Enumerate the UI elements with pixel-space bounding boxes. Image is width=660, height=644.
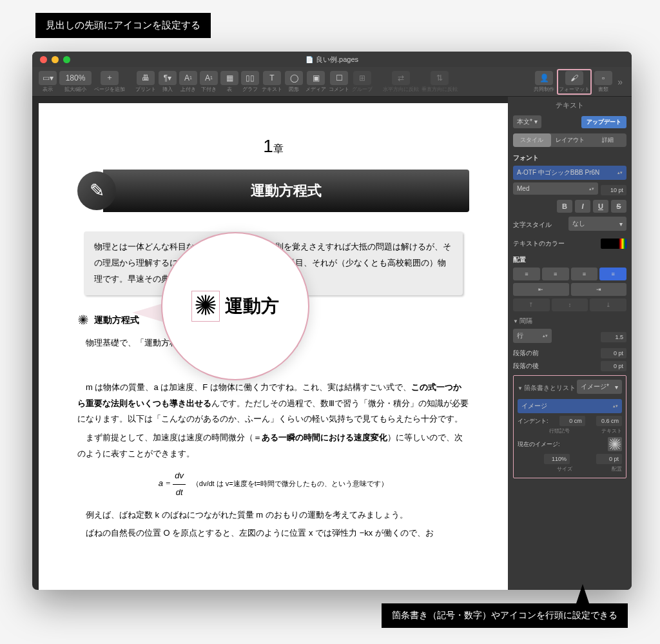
print-label: プリント <box>135 86 156 93</box>
collaborate-button[interactable]: 👤 <box>535 71 553 85</box>
shape-button[interactable]: ◯ <box>285 71 303 85</box>
before-para-field[interactable]: 0 pt <box>601 348 626 358</box>
valign-top-button[interactable]: ⤒ <box>513 298 550 311</box>
line-spacing-field[interactable]: 1.5 <box>601 332 626 342</box>
underline-button[interactable]: U <box>593 200 608 213</box>
starburst-icon <box>77 314 89 326</box>
view-label: 表示 <box>43 86 53 93</box>
table-button[interactable]: ▦ <box>220 71 238 85</box>
chart-button[interactable]: ▯▯ <box>241 71 259 85</box>
char-style-select[interactable]: なし▾ <box>568 217 626 231</box>
body-paragraph: 例えば、ばね定数 k のばねにつながれた質量 m のおもりの運動を考えてみましょ… <box>77 507 469 523</box>
text-color-well[interactable] <box>601 239 626 249</box>
superscript-button[interactable]: A1 <box>179 71 197 85</box>
toolbar: ▭▾表示 180%拡大/縮小 ＋ページを追加 🖶プリント ¶▾挿入 A1上付き … <box>32 67 632 97</box>
insert-button[interactable]: ¶▾ <box>159 71 177 85</box>
flip-h-button[interactable]: ⇄ <box>392 71 410 85</box>
tab-layout[interactable]: レイアウト <box>551 133 589 147</box>
font-weight-select[interactable]: Med▴▾ <box>513 182 598 195</box>
indent-marker-field[interactable]: 0 cm <box>559 416 585 426</box>
bullets-type-select[interactable]: イメージ▴▾ <box>518 399 622 413</box>
size-sublabel: サイズ <box>557 465 572 473</box>
after-para-field[interactable]: 0 pt <box>601 361 626 371</box>
zoom-icon-highlight <box>191 291 220 322</box>
zoom-magnifier: 運動方 <box>161 232 309 380</box>
bullets-style-select[interactable]: イメージ*▾ <box>577 380 622 394</box>
valign-bottom-button[interactable]: ⤓ <box>590 298 626 311</box>
app-window: 良い例.pages ▭▾表示 180%拡大/縮小 ＋ページを追加 🖶プリント ¶… <box>32 52 632 590</box>
zoom-text: 運動方 <box>225 294 279 318</box>
outdent-button[interactable]: ⇤ <box>513 283 569 296</box>
bullets-section-label[interactable]: 箇条書きとリスト <box>518 384 576 393</box>
comment-button[interactable]: ☐ <box>330 71 348 85</box>
strikethrough-button[interactable]: S <box>611 200 626 213</box>
update-style-button[interactable]: アップデート <box>581 116 626 128</box>
starburst-icon <box>195 294 217 316</box>
add-page-button[interactable]: ＋ <box>101 71 119 85</box>
shape-label: 図形 <box>289 86 299 93</box>
text-color-label: テキストのカラー <box>513 239 565 248</box>
minimize-window-button[interactable] <box>52 56 59 63</box>
bullets-section-highlight: 箇条書きとリスト イメージ*▾ イメージ▴▾ インデント: 0 cm 0.6 c… <box>513 375 626 478</box>
sidebar-title: テキスト <box>513 101 626 110</box>
line-spacing-select[interactable]: 行▴▾ <box>513 329 552 343</box>
indent-text-field[interactable]: 0.6 cm <box>596 416 622 426</box>
align-section-label: 配置 <box>513 255 626 264</box>
tab-detail[interactable]: 詳細 <box>588 133 626 147</box>
bullet-size-field[interactable]: 110% <box>544 454 570 464</box>
insert-label: 挿入 <box>162 86 173 93</box>
annotation-bottom: 箇条書き（記号・数字）やアイコンを行頭に設定できる <box>382 603 628 628</box>
subscript-label: 下付き <box>201 86 217 93</box>
indent-label: インデント: <box>518 417 548 425</box>
zoom-select[interactable]: 180% <box>59 71 92 85</box>
indent-marker-sublabel: 行頭記号 <box>549 427 570 434</box>
view-button[interactable]: ▭▾ <box>39 71 57 85</box>
text-button[interactable]: T <box>263 71 281 85</box>
flip-v-label: 垂直方向に反転 <box>422 86 458 93</box>
window-title: 良い例.pages <box>306 55 358 64</box>
format-button[interactable]: 🖌 <box>565 71 583 85</box>
body-paragraph: m は物体の質量、a は加速度、F は物体に働く力ですね。これ、実は結構すごい式… <box>77 380 469 427</box>
group-button[interactable]: ⊞ <box>353 71 371 85</box>
document-button[interactable]: ▫ <box>594 71 612 85</box>
body-paragraph: ばねの自然長の位置 O を原点とすると、左図のように位置 x では弾性力 −kx… <box>77 525 469 542</box>
add-page-label: ページを追加 <box>94 86 125 93</box>
after-para-label: 段落の後 <box>513 362 539 371</box>
chart-label: グラフ <box>242 86 258 93</box>
italic-button[interactable]: I <box>575 200 590 213</box>
font-size-field[interactable]: 10 pt <box>601 185 626 195</box>
bullet-image-preview[interactable] <box>608 437 622 451</box>
char-style-label: 文字スタイル <box>513 220 552 229</box>
document-label: 書類 <box>598 86 608 93</box>
font-family-select[interactable]: A-OTF 中ゴシックBBB Pr6N▴▾ <box>513 166 626 180</box>
collaborate-label: 共同制作 <box>534 86 554 93</box>
close-window-button[interactable] <box>40 56 47 63</box>
tab-style[interactable]: スタイル <box>513 133 551 147</box>
maximize-window-button[interactable] <box>63 56 70 63</box>
sidebar-tabs: スタイル レイアウト 詳細 <box>513 133 626 147</box>
paragraph-style-select[interactable]: 本文* ▾ <box>513 115 541 128</box>
subscript-button[interactable]: A1 <box>200 71 218 85</box>
annotation-top: 見出しの先頭にアイコンを設定する <box>35 13 211 38</box>
indent-button[interactable]: ⇥ <box>571 283 627 296</box>
valign-middle-button[interactable]: ↕ <box>552 298 588 311</box>
align-justify-button[interactable]: ≡ <box>599 268 626 280</box>
titlebar: 良い例.pages <box>32 52 632 67</box>
bullet-position-field[interactable]: 0 pt <box>596 454 622 464</box>
zoom-label: 拡大/縮小 <box>64 86 86 93</box>
media-button[interactable]: ▣ <box>307 71 325 85</box>
spacing-section-label[interactable]: 間隔 <box>513 317 626 326</box>
align-right-button[interactable]: ≡ <box>571 268 598 280</box>
flip-v-button[interactable]: ⇅ <box>431 71 449 85</box>
formula-2: a = dvdt （dv/dt は v=速度をt=時間で微分したもの、という意味… <box>77 468 469 500</box>
align-left-button[interactable]: ≡ <box>513 268 540 280</box>
bold-button[interactable]: B <box>557 200 572 213</box>
superscript-label: 上付き <box>180 86 196 93</box>
starburst-icon <box>608 437 622 451</box>
chapter-heading: 運動方程式 <box>103 170 469 212</box>
align-center-button[interactable]: ≡ <box>542 268 569 280</box>
print-button[interactable]: 🖶 <box>137 71 155 85</box>
table-label: 表 <box>227 86 232 93</box>
heading-pencil-icon: ✎ <box>77 171 116 210</box>
toolbar-overflow[interactable]: » <box>615 77 625 87</box>
